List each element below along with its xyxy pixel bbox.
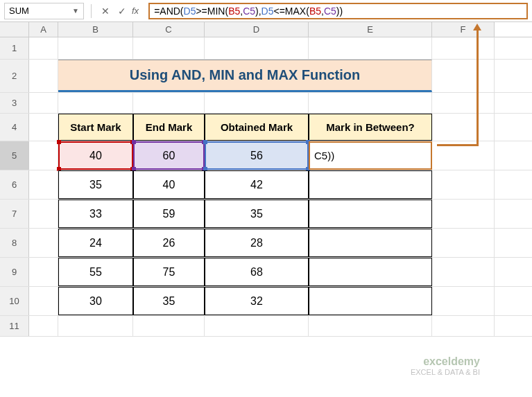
cell-E1[interactable] <box>309 37 432 59</box>
row-6: 6 35 40 42 <box>0 170 532 200</box>
grid-body: 1 2 Using AND, MIN and MAX Function 3 4 <box>0 37 532 337</box>
cell-A6[interactable] <box>29 170 58 199</box>
cell-D9[interactable]: 68 <box>205 258 309 286</box>
cell-F9[interactable] <box>432 258 495 286</box>
cell-D11[interactable] <box>205 316 309 336</box>
row-header-3[interactable]: 3 <box>0 93 29 113</box>
cell-A1[interactable] <box>29 37 58 59</box>
cell-E7[interactable] <box>309 200 432 228</box>
cell-A11[interactable] <box>29 316 58 336</box>
col-header-B[interactable]: B <box>58 22 133 37</box>
col-header-A[interactable]: A <box>29 22 58 37</box>
cell-F1[interactable] <box>432 37 495 59</box>
cell-D6[interactable]: 42 <box>205 170 309 199</box>
cell-B10[interactable]: 30 <box>58 287 133 315</box>
cell-E3[interactable] <box>309 93 432 113</box>
cell-B7[interactable]: 33 <box>58 200 133 228</box>
cell-E5-editing[interactable]: C5)) <box>309 141 432 170</box>
fx-icon[interactable]: fx <box>132 6 139 16</box>
watermark-brand: exceldemy <box>411 355 480 368</box>
cell-C9[interactable]: 75 <box>133 258 205 286</box>
cell-F8[interactable] <box>432 229 495 257</box>
name-box[interactable]: SUM ▼ <box>4 3 84 19</box>
cell-A7[interactable] <box>29 200 58 228</box>
row-9: 9 55 75 68 <box>0 258 532 287</box>
cell-F3[interactable] <box>432 93 495 113</box>
row-3: 3 <box>0 93 532 114</box>
watermark-tag: EXCEL & DATA & BI <box>411 368 480 376</box>
row-header-4[interactable]: 4 <box>0 114 29 141</box>
accept-icon[interactable]: ✓ <box>115 4 129 18</box>
header-between[interactable]: Mark in Between? <box>309 114 432 141</box>
cell-F11[interactable] <box>432 316 495 336</box>
cell-E10[interactable] <box>309 287 432 315</box>
cell-B6[interactable]: 35 <box>58 170 133 199</box>
cell-D1[interactable] <box>205 37 309 59</box>
row-header-7[interactable]: 7 <box>0 200 29 228</box>
callout-arrow-icon <box>473 24 481 30</box>
cancel-icon[interactable]: ✕ <box>98 4 112 18</box>
cell-C3[interactable] <box>133 93 205 113</box>
col-header-E[interactable]: E <box>309 22 432 37</box>
cell-C5[interactable]: 60 <box>133 141 205 170</box>
dropdown-icon[interactable]: ▼ <box>72 7 79 15</box>
cell-C8[interactable]: 26 <box>133 229 205 257</box>
col-header-D[interactable]: D <box>205 22 309 37</box>
cell-F4[interactable] <box>432 114 495 141</box>
header-obtained[interactable]: Obtained Mark <box>205 114 309 141</box>
cell-B5[interactable]: 40 <box>58 141 133 170</box>
cell-B9[interactable]: 55 <box>58 258 133 286</box>
header-end[interactable]: End Mark <box>133 114 205 141</box>
cell-E6[interactable] <box>309 170 432 199</box>
cell-C11[interactable] <box>133 316 205 336</box>
watermark: exceldemy EXCEL & DATA & BI <box>411 355 480 376</box>
row-header-1[interactable]: 1 <box>0 37 29 59</box>
cell-A5[interactable] <box>29 141 58 170</box>
cell-D7[interactable]: 35 <box>205 200 309 228</box>
cell-F10[interactable] <box>432 287 495 315</box>
cell-F6[interactable] <box>432 170 495 199</box>
formula-bar: SUM ▼ ✕ ✓ fx =AND(D5>=MIN(B5,C5),D5<=MAX… <box>0 0 532 22</box>
cell-E9[interactable] <box>309 258 432 286</box>
cell-B3[interactable] <box>58 93 133 113</box>
formula-input[interactable]: =AND(D5>=MIN(B5,C5),D5<=MAX(B5,C5)) <box>148 3 528 19</box>
cell-A4[interactable] <box>29 114 58 141</box>
row-8: 8 24 26 28 <box>0 229 532 258</box>
col-header-C[interactable]: C <box>133 22 205 37</box>
cell-E8[interactable] <box>309 229 432 257</box>
row-header-11[interactable]: 11 <box>0 316 29 336</box>
row-header-5[interactable]: 5 <box>0 141 29 170</box>
row-header-9[interactable]: 9 <box>0 258 29 286</box>
cell-C1[interactable] <box>133 37 205 59</box>
cell-A8[interactable] <box>29 229 58 257</box>
cell-A9[interactable] <box>29 258 58 286</box>
cell-F2[interactable] <box>432 60 495 92</box>
row-11: 11 <box>0 316 532 337</box>
row-header-6[interactable]: 6 <box>0 170 29 199</box>
col-header-F[interactable]: F <box>432 22 495 37</box>
select-all-corner[interactable] <box>0 22 29 37</box>
cell-D3[interactable] <box>205 93 309 113</box>
cell-D10[interactable]: 32 <box>205 287 309 315</box>
row-2: 2 Using AND, MIN and MAX Function <box>0 60 532 93</box>
cell-F7[interactable] <box>432 200 495 228</box>
row-header-2[interactable]: 2 <box>0 60 29 92</box>
cell-B1[interactable] <box>58 37 133 59</box>
cell-C6[interactable]: 40 <box>133 170 205 199</box>
title-cell[interactable]: Using AND, MIN and MAX Function <box>58 60 432 92</box>
cell-D5[interactable]: 56 <box>205 141 309 170</box>
cell-C10[interactable]: 35 <box>133 287 205 315</box>
cell-D8[interactable]: 28 <box>205 229 309 257</box>
cell-C7[interactable]: 59 <box>133 200 205 228</box>
cell-E11[interactable] <box>309 316 432 336</box>
cell-B8[interactable]: 24 <box>58 229 133 257</box>
row-1: 1 <box>0 37 532 60</box>
header-start[interactable]: Start Mark <box>58 114 133 141</box>
cell-A10[interactable] <box>29 287 58 315</box>
cell-B11[interactable] <box>58 316 133 336</box>
cell-A3[interactable] <box>29 93 58 113</box>
row-header-10[interactable]: 10 <box>0 287 29 315</box>
row-header-8[interactable]: 8 <box>0 229 29 257</box>
row-7: 7 33 59 35 <box>0 200 532 229</box>
cell-A2[interactable] <box>29 60 58 92</box>
